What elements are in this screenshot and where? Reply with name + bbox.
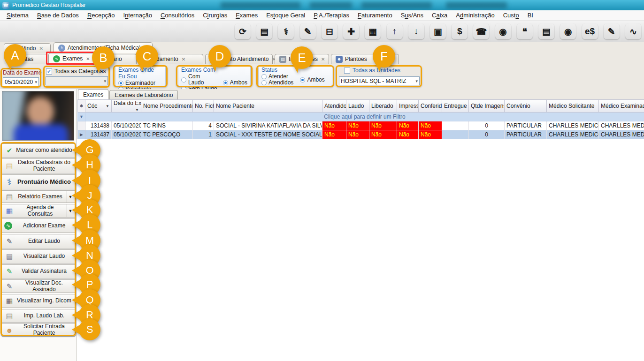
finance-chart-icon[interactable]: $ bbox=[452, 23, 468, 39]
cell-data[interactable]: 05/10/2020 bbox=[112, 130, 141, 139]
all-categories-checkbox[interactable]: ✔ Todas as Categorias bbox=[46, 68, 106, 75]
cell-entregue[interactable] bbox=[442, 121, 469, 130]
agenda-de-consultas-button[interactable]: ▦ Agenda de Consultas ▼ bbox=[1, 204, 76, 218]
visualizar-laudo-button[interactable]: ▤ Visualizar Laudo bbox=[1, 249, 76, 263]
menu-pa-terapias[interactable]: P.A./Terapias bbox=[309, 12, 353, 19]
cell-examinador[interactable]: CHARLLES MEDICO bbox=[599, 130, 644, 139]
cell-data[interactable]: 05/10/2020 bbox=[112, 121, 141, 130]
menu-custo[interactable]: Custo bbox=[499, 12, 523, 19]
col-medico-examinador[interactable]: Médico Examinador bbox=[599, 100, 644, 113]
manual-book-icon[interactable]: ◉ bbox=[495, 23, 511, 39]
contract-icon[interactable]: ✎ bbox=[300, 23, 316, 39]
cell-ficha[interactable]: 1 bbox=[193, 130, 214, 139]
visualizar-doc-assinado-button[interactable]: ✎ Visualizar Doc. Assinado bbox=[1, 279, 76, 293]
doctor-icon[interactable]: ⚕ bbox=[278, 23, 294, 39]
cell-procedimento[interactable]: TC PESCOÇO bbox=[141, 130, 193, 139]
col-conferido[interactable]: Conferido bbox=[419, 100, 442, 113]
sort-arrow-icon[interactable]: ▼ bbox=[135, 108, 139, 112]
tab-pronto-atendimento[interactable]: ✚ Pronto Atendimento ✕ bbox=[205, 54, 273, 64]
menu-internacao[interactable]: Internação bbox=[119, 12, 156, 19]
menu-exames[interactable]: Exames bbox=[231, 12, 262, 19]
col-impresso[interactable]: Impresso bbox=[397, 100, 419, 113]
cell-paciente[interactable]: SOCIAL - XXX TESTE DE NOME SOCIAL XXX bbox=[214, 130, 322, 139]
col-data-exame[interactable]: Data do Ex▼ bbox=[112, 100, 141, 113]
visualizar-img-dicom-button[interactable]: ▦ Visualizar Img. Dicom bbox=[1, 294, 76, 308]
imp-laudo-lab-button[interactable]: ▤ Imp. Laudo Lab. bbox=[1, 309, 76, 323]
close-icon[interactable]: ✕ bbox=[144, 45, 148, 51]
tab-fichario[interactable]: Fichário bbox=[97, 54, 137, 64]
menu-sus-ans[interactable]: Sus/Ans bbox=[397, 12, 428, 19]
chat-icon[interactable]: ❝ bbox=[517, 23, 533, 39]
cell-liberado[interactable]: Não bbox=[369, 130, 397, 139]
pharmacy-stock-icon[interactable]: ▦ bbox=[365, 23, 381, 39]
col-convenio[interactable]: Convênio bbox=[505, 100, 547, 113]
cell-conferido[interactable]: Não bbox=[419, 121, 442, 130]
col-atendido[interactable]: Atendido bbox=[322, 100, 346, 113]
sync-patients-icon[interactable]: ⟳ bbox=[235, 23, 251, 39]
tab-consultas[interactable]: Consultas bbox=[4, 54, 47, 64]
cell-impresso[interactable]: Não bbox=[397, 130, 419, 139]
money-down-icon[interactable]: ↓ bbox=[408, 23, 424, 39]
col-cod[interactable]: Cóc▼ bbox=[85, 100, 112, 113]
ambulance-icon[interactable]: ✚ bbox=[343, 23, 359, 39]
cell-conferido[interactable]: Não bbox=[419, 130, 442, 139]
close-icon[interactable]: ✕ bbox=[321, 57, 325, 62]
validar-assinatura-button[interactable]: ✎ Validar Assinatura bbox=[1, 264, 76, 278]
cell-laudo[interactable]: Não bbox=[346, 130, 369, 139]
safe-icon[interactable]: ▣ bbox=[430, 23, 446, 39]
exam-row-131438[interactable]: 131438 05/10/2020 TC RINS 4 SOCIAL - SIV… bbox=[78, 121, 644, 130]
cell-ficha[interactable]: 4 bbox=[193, 121, 214, 130]
menu-administracao[interactable]: Administração bbox=[452, 12, 498, 19]
col-liberado[interactable]: Liberado bbox=[369, 100, 397, 113]
col-paciente[interactable]: Nome Paciente bbox=[214, 100, 322, 113]
cell-procedimento[interactable]: TC RINS bbox=[141, 121, 193, 130]
cell-cod[interactable]: 131438 bbox=[85, 121, 112, 130]
menu-estoque-geral[interactable]: Estoque Geral bbox=[262, 12, 309, 19]
sort-arrow-icon[interactable]: ▼ bbox=[106, 104, 109, 108]
relatorio-exames-button[interactable]: ▤ Relatório Exames ▼ bbox=[1, 190, 76, 203]
tab-bem-vindo[interactable]: Bem Vindo ✕ bbox=[4, 43, 51, 53]
menu-recepcao[interactable]: Recepção bbox=[83, 12, 119, 19]
grid-tab-exames-laboratorio[interactable]: Exames de Laboratório bbox=[109, 90, 178, 99]
col-medico-solicitante[interactable]: Médico Solicitante bbox=[547, 100, 599, 113]
cell-impresso[interactable]: Não bbox=[397, 121, 419, 130]
menu-consultorios[interactable]: Consultórios bbox=[156, 12, 199, 19]
dropdown-arrow-icon[interactable]: ▼ bbox=[67, 204, 74, 217]
col-qtde-imagens[interactable]: Qtde Imagens bbox=[469, 100, 505, 113]
marcar-como-atendido-button[interactable]: ✔ Marcar como atendido bbox=[1, 143, 76, 158]
col-ficha[interactable]: No. Ficha bbox=[193, 100, 214, 113]
categories-combo[interactable]: ▾ bbox=[46, 76, 108, 85]
tab-impressoes[interactable]: ▤ Impressões ✕ bbox=[275, 54, 329, 64]
cell-convenio[interactable]: PARTICULAR bbox=[505, 130, 547, 139]
all-units-checkbox[interactable]: Todas as Unidades bbox=[344, 67, 400, 74]
dropdown-arrow-icon[interactable]: ▼ bbox=[67, 191, 74, 203]
cell-atendido[interactable]: Não bbox=[322, 130, 346, 139]
cell-convenio[interactable]: PARTICULAR bbox=[505, 121, 547, 130]
radio-com-laudo[interactable]: Com Laudo bbox=[181, 74, 217, 86]
close-icon[interactable]: ✕ bbox=[39, 46, 43, 51]
col-procedimento[interactable]: Nome Procedimento bbox=[141, 100, 193, 113]
power-icon[interactable]: ◉ bbox=[560, 23, 576, 39]
adicionar-exame-button[interactable]: ∿ Adicionar Exame bbox=[1, 218, 76, 233]
cell-entregue[interactable] bbox=[442, 130, 469, 139]
radio-ambos-status[interactable]: Ambos bbox=[300, 74, 324, 86]
cell-qtde[interactable]: 0 bbox=[469, 130, 505, 139]
tab-plantoes[interactable]: ☻ Plantões bbox=[331, 54, 399, 64]
health-record-icon[interactable]: ∿ bbox=[625, 23, 641, 39]
grid-tab-exames[interactable]: Exames bbox=[78, 89, 108, 99]
prontuario-medico-button[interactable]: ⚕ Prontuário Médico bbox=[1, 174, 76, 189]
menu-faturamento[interactable]: Faturamento bbox=[353, 12, 397, 19]
close-icon[interactable]: ✕ bbox=[182, 57, 185, 62]
phonebook-icon[interactable]: ☎ bbox=[473, 23, 489, 39]
money-up-icon[interactable]: ↑ bbox=[387, 23, 403, 39]
filter-row-hint[interactable]: Clique aqui para definir um Filtro bbox=[85, 113, 644, 121]
dados-cadastrais-button[interactable]: ▤ Dados Cadastrais do Paciente bbox=[1, 158, 76, 173]
menu-base-de-dados[interactable]: Base de Dados bbox=[33, 12, 83, 19]
cell-qtde[interactable]: 0 bbox=[469, 121, 505, 130]
electronic-billing-icon[interactable]: e$ bbox=[582, 23, 598, 39]
invoice-icon[interactable]: ▤ bbox=[538, 23, 554, 39]
patient-folder-icon[interactable]: ▤ bbox=[256, 23, 272, 39]
grid-filter-row[interactable]: ▼ Clique aqui para definir um Filtro bbox=[78, 113, 644, 121]
tab-agendamento[interactable]: Agendamento ✕ bbox=[138, 54, 203, 64]
cell-examinador[interactable]: CHARLLES MEDICO bbox=[599, 121, 644, 130]
